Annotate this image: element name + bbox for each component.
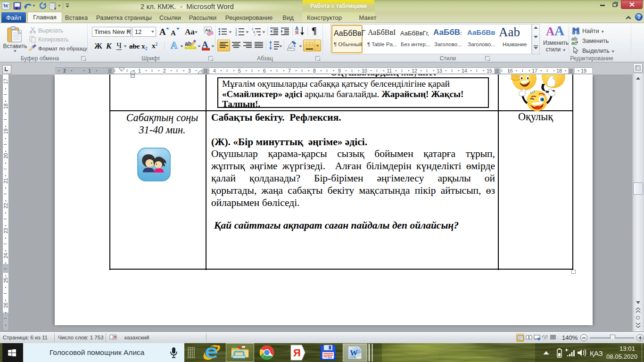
svg-text:3: 3 bbox=[235, 33, 237, 36]
svg-text:Я: Я bbox=[293, 347, 301, 359]
svg-text:i: i bbox=[255, 33, 255, 36]
svg-text:64: 64 bbox=[328, 355, 332, 359]
